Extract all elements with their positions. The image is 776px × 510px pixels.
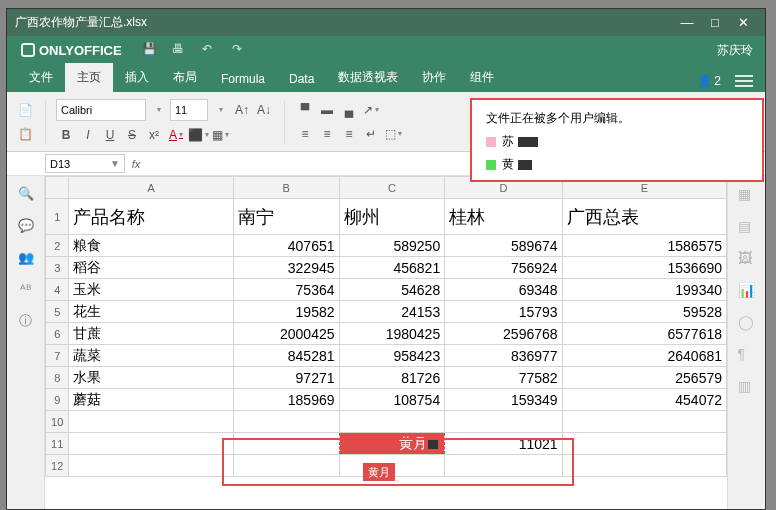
- cell[interactable]: 桂林: [445, 199, 562, 235]
- cell[interactable]: 454072: [562, 389, 726, 411]
- tab-file[interactable]: 文件: [17, 63, 65, 92]
- cell[interactable]: 产品名称: [69, 199, 233, 235]
- align-right-icon[interactable]: ≡: [339, 124, 359, 144]
- cell[interactable]: [233, 411, 339, 433]
- search-icon[interactable]: 🔍: [17, 184, 35, 202]
- cell[interactable]: 97271: [233, 367, 339, 389]
- cell[interactable]: 69348: [445, 279, 562, 301]
- cell[interactable]: 2000425: [233, 323, 339, 345]
- align-middle-icon[interactable]: ▬: [317, 100, 337, 120]
- cell[interactable]: 2640681: [562, 345, 726, 367]
- tab-formula[interactable]: Formula: [209, 66, 277, 92]
- col-header[interactable]: C: [339, 177, 445, 199]
- cell[interactable]: 199340: [562, 279, 726, 301]
- superscript-button[interactable]: x²: [144, 125, 164, 145]
- cell[interactable]: [69, 411, 233, 433]
- cell[interactable]: 11021: [445, 433, 562, 455]
- cell[interactable]: 256579: [562, 367, 726, 389]
- print-icon[interactable]: 🖶: [172, 42, 188, 58]
- font-name-input[interactable]: [56, 99, 146, 121]
- cell[interactable]: [69, 433, 233, 455]
- maximize-button[interactable]: □: [701, 15, 729, 30]
- col-header[interactable]: B: [233, 177, 339, 199]
- orientation-icon[interactable]: ↗: [361, 100, 381, 120]
- paste-icon[interactable]: 📋: [15, 124, 35, 144]
- cell[interactable]: 108754: [339, 389, 445, 411]
- row-header[interactable]: 11: [46, 433, 69, 455]
- cell[interactable]: 756924: [445, 257, 562, 279]
- cell[interactable]: 蔬菜: [69, 345, 233, 367]
- cell[interactable]: [445, 455, 562, 477]
- cell[interactable]: 589250: [339, 235, 445, 257]
- undo-icon[interactable]: ↶: [202, 42, 218, 58]
- bold-button[interactable]: B: [56, 125, 76, 145]
- cell[interactable]: 24153: [339, 301, 445, 323]
- merge-icon[interactable]: ⬚: [383, 124, 403, 144]
- cell[interactable]: 15793: [445, 301, 562, 323]
- row-header[interactable]: 2: [46, 235, 69, 257]
- tab-pivot[interactable]: 数据透视表: [326, 63, 410, 92]
- font-color-button[interactable]: A: [166, 125, 186, 145]
- chat-icon[interactable]: 👥: [17, 248, 35, 266]
- tab-data[interactable]: Data: [277, 66, 326, 92]
- cell[interactable]: 甘蔗: [69, 323, 233, 345]
- cell[interactable]: 水果: [69, 367, 233, 389]
- underline-button[interactable]: U: [100, 125, 120, 145]
- italic-button[interactable]: I: [78, 125, 98, 145]
- row-header[interactable]: 7: [46, 345, 69, 367]
- name-box[interactable]: D13▼: [45, 154, 125, 173]
- cell[interactable]: 456821: [339, 257, 445, 279]
- text-settings-icon[interactable]: ¶: [738, 346, 756, 364]
- save-icon[interactable]: 💾: [142, 42, 158, 58]
- row-header[interactable]: 4: [46, 279, 69, 301]
- tab-collab[interactable]: 协作: [410, 63, 458, 92]
- row-header[interactable]: 8: [46, 367, 69, 389]
- image-settings-icon[interactable]: 🖼: [738, 250, 756, 268]
- cell[interactable]: 958423: [339, 345, 445, 367]
- tab-addons[interactable]: 组件: [458, 63, 506, 92]
- menu-icon[interactable]: [735, 75, 753, 87]
- strike-button[interactable]: S: [122, 125, 142, 145]
- cell[interactable]: 407651: [233, 235, 339, 257]
- cell[interactable]: 2596768: [445, 323, 562, 345]
- border-button[interactable]: ▦: [210, 125, 230, 145]
- presence-indicator[interactable]: 👤2: [697, 74, 721, 88]
- spreadsheet-area[interactable]: ABCDE1产品名称南宁柳州桂林广西总表2粮食40765158925058967…: [45, 176, 727, 509]
- cell[interactable]: 81726: [339, 367, 445, 389]
- cell[interactable]: [562, 455, 726, 477]
- wrap-icon[interactable]: ↵: [361, 124, 381, 144]
- feedback-icon[interactable]: ⓘ: [17, 312, 35, 330]
- redo-icon[interactable]: ↷: [232, 42, 248, 58]
- cell[interactable]: 6577618: [562, 323, 726, 345]
- cell[interactable]: 185969: [233, 389, 339, 411]
- col-header[interactable]: A: [69, 177, 233, 199]
- cell[interactable]: 836977: [445, 345, 562, 367]
- fill-color-button[interactable]: ⬛: [188, 125, 208, 145]
- decrease-font-icon[interactable]: A↓: [254, 100, 274, 120]
- align-top-icon[interactable]: ▀: [295, 100, 315, 120]
- comments-icon[interactable]: 💬: [17, 216, 35, 234]
- chart-settings-icon[interactable]: 📊: [738, 282, 756, 300]
- cell[interactable]: 77582: [445, 367, 562, 389]
- tab-home[interactable]: 主页: [65, 63, 113, 92]
- font-name-dropdown[interactable]: [148, 100, 168, 120]
- fx-icon[interactable]: fx: [125, 158, 147, 170]
- font-size-input[interactable]: [170, 99, 208, 121]
- cell[interactable]: 75364: [233, 279, 339, 301]
- align-center-icon[interactable]: ≡: [317, 124, 337, 144]
- minimize-button[interactable]: —: [673, 15, 701, 30]
- cell[interactable]: 粮食: [69, 235, 233, 257]
- cell[interactable]: [339, 411, 445, 433]
- cell[interactable]: 广西总表: [562, 199, 726, 235]
- row-header[interactable]: 10: [46, 411, 69, 433]
- cell[interactable]: 589674: [445, 235, 562, 257]
- tab-layout[interactable]: 布局: [161, 63, 209, 92]
- shape-settings-icon[interactable]: ◯: [738, 314, 756, 332]
- cell[interactable]: 159349: [445, 389, 562, 411]
- row-header[interactable]: 3: [46, 257, 69, 279]
- row-header[interactable]: 1: [46, 199, 69, 235]
- align-left-icon[interactable]: ≡: [295, 124, 315, 144]
- increase-font-icon[interactable]: A↑: [232, 100, 252, 120]
- cell[interactable]: 花生: [69, 301, 233, 323]
- cell[interactable]: [233, 455, 339, 477]
